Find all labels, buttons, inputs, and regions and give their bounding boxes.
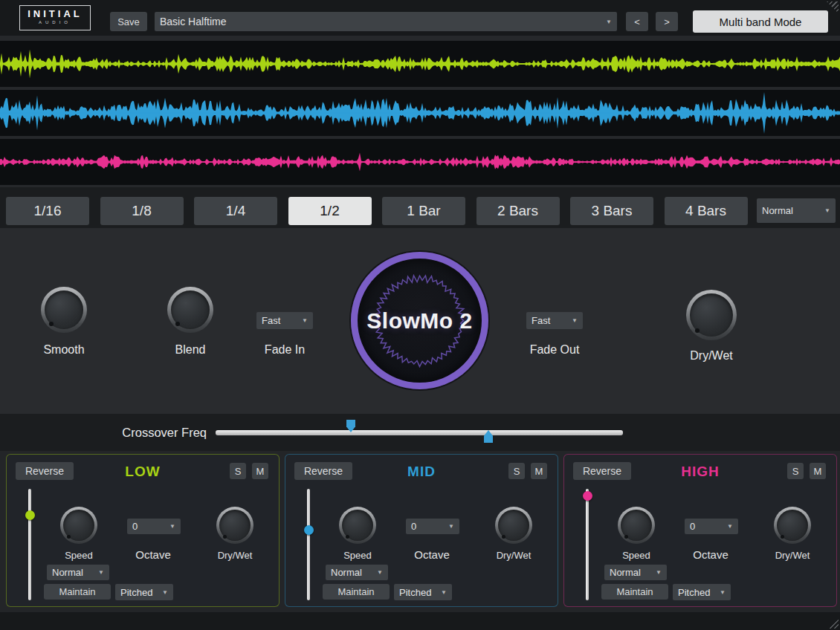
- smooth-knob[interactable]: [41, 287, 87, 333]
- chevron-down-icon: ▼: [302, 317, 308, 324]
- main-controls: Smooth Blend Fast ▼ Fade In SlowMo 2 Fas…: [0, 228, 840, 414]
- band-dry-wet-knob[interactable]: [216, 507, 253, 544]
- fade-in-value: Fast: [262, 315, 280, 326]
- playback-mode-value: Normal: [762, 205, 793, 216]
- pitch-mode-value: Pitched: [678, 587, 710, 598]
- octave-value: 0: [132, 521, 138, 532]
- band-dry-wet-label: Dry/Wet: [755, 550, 830, 561]
- preset-name: Basic Halftime: [160, 16, 226, 27]
- chevron-down-icon: ▼: [98, 569, 104, 576]
- status-bar: [0, 612, 840, 630]
- band-level-slider-handle[interactable]: [25, 510, 35, 520]
- resize-grip[interactable]: [827, 617, 839, 629]
- fade-in-dropdown[interactable]: Fast ▼: [256, 312, 313, 329]
- maintain-button[interactable]: Maintain: [601, 584, 668, 600]
- chevron-down-icon: ▼: [606, 19, 612, 25]
- pitch-mode-dropdown[interactable]: Pitched ▼: [394, 584, 452, 600]
- octave-dropdown[interactable]: 0 ▼: [406, 519, 459, 534]
- octave-value: 0: [411, 521, 416, 532]
- speed-label: Speed: [42, 550, 116, 561]
- pitch-mode-dropdown[interactable]: Pitched ▼: [673, 584, 731, 600]
- chevron-down-icon: ▼: [727, 523, 733, 530]
- band-level-slider-track[interactable]: [586, 489, 589, 600]
- band-level-slider[interactable]: [23, 489, 36, 600]
- pitch-mode-dropdown[interactable]: Pitched ▼: [115, 584, 173, 600]
- preset-dropdown[interactable]: Basic Halftime ▼: [155, 12, 617, 31]
- maintain-button[interactable]: Maintain: [323, 584, 390, 600]
- speed-label: Speed: [320, 550, 395, 561]
- band-mode-dropdown[interactable]: Normal ▼: [326, 565, 388, 580]
- division-button-2-bars[interactable]: 2 Bars: [476, 197, 560, 225]
- solo-button[interactable]: S: [508, 463, 525, 479]
- band-dry-wet-label: Dry/Wet: [476, 550, 551, 561]
- titlebar: INITIAL AUDIO Save Basic Halftime ▼ < > …: [0, 0, 840, 36]
- band-dry-wet-knob[interactable]: [495, 507, 532, 544]
- band-level-slider-handle[interactable]: [583, 491, 592, 501]
- logo-text: INITIAL: [20, 8, 90, 19]
- division-buttons: 1/161/81/41/21 Bar2 Bars3 Bars4 Bars: [6, 197, 748, 225]
- chevron-down-icon: ▼: [656, 569, 662, 576]
- octave-label: Octave: [116, 548, 190, 561]
- band-mode-dropdown[interactable]: Normal ▼: [604, 565, 667, 580]
- bands-section: Reverse LOW S M Speed 0 ▼ Octave Dry/Wet…: [0, 451, 840, 612]
- chevron-down-icon: ▼: [162, 589, 168, 596]
- band-level-slider[interactable]: [302, 489, 315, 600]
- fade-out-value: Fast: [532, 315, 550, 326]
- speed-label: Speed: [599, 550, 673, 561]
- multi-band-mode-button[interactable]: Multi band Mode: [693, 10, 828, 33]
- chevron-down-icon: ▼: [720, 589, 726, 596]
- fade-out-label: Fade Out: [517, 343, 592, 357]
- band-level-slider[interactable]: [581, 489, 594, 600]
- solo-button[interactable]: S: [787, 463, 804, 479]
- crossover-section: Crossover Freq: [0, 414, 840, 451]
- crossover-freq-label: Crossover Freq: [104, 423, 207, 441]
- octave-value: 0: [690, 521, 695, 532]
- division-button-1-4[interactable]: 1/4: [194, 197, 277, 225]
- band-mode-value: Normal: [331, 567, 362, 578]
- chevron-down-icon: ▼: [572, 317, 578, 324]
- division-button-1-2[interactable]: 1/2: [288, 197, 372, 225]
- band-level-slider-track[interactable]: [307, 489, 310, 600]
- blend-knob[interactable]: [167, 287, 213, 333]
- save-button[interactable]: Save: [110, 12, 147, 31]
- maintain-button[interactable]: Maintain: [44, 584, 111, 600]
- high-band-waveform: [0, 139, 840, 185]
- band-level-slider-handle[interactable]: [304, 525, 314, 535]
- band-panel-high: Reverse HIGH S M Speed 0 ▼ Octave Dry/We…: [563, 454, 837, 607]
- speed-knob[interactable]: [618, 507, 655, 544]
- mute-button[interactable]: M: [810, 463, 826, 479]
- band-mode-dropdown[interactable]: Normal ▼: [47, 565, 109, 580]
- band-mode-value: Normal: [610, 567, 641, 578]
- speed-knob[interactable]: [60, 507, 97, 544]
- division-button-1-16[interactable]: 1/16: [6, 197, 89, 225]
- chevron-down-icon: ▼: [824, 207, 830, 214]
- slowmo2-logo-circle: SlowMo 2: [351, 252, 488, 389]
- octave-label: Octave: [673, 548, 748, 561]
- solo-button[interactable]: S: [230, 463, 246, 479]
- octave-dropdown[interactable]: 0 ▼: [127, 519, 181, 534]
- crossover-slider-track[interactable]: [216, 430, 623, 435]
- octave-dropdown[interactable]: 0 ▼: [685, 519, 738, 534]
- mute-button[interactable]: M: [531, 463, 547, 479]
- corner-grip-top-right: [827, 1, 839, 13]
- band-dry-wet-knob[interactable]: [774, 507, 811, 544]
- logo-subtext: AUDIO: [20, 20, 90, 25]
- mute-button[interactable]: M: [252, 463, 268, 479]
- initial-audio-logo: INITIAL AUDIO: [19, 5, 91, 30]
- band-level-slider-track[interactable]: [28, 489, 31, 600]
- slowmo2-logo-text: SlowMo 2: [358, 259, 482, 383]
- fade-out-dropdown[interactable]: Fast ▼: [526, 312, 583, 329]
- division-button-3-bars[interactable]: 3 Bars: [570, 197, 653, 225]
- playback-mode-dropdown[interactable]: Normal ▼: [757, 198, 836, 223]
- band-panel-mid: Reverse MID S M Speed 0 ▼ Octave Dry/Wet…: [285, 454, 558, 607]
- fade-in-label: Fade In: [248, 343, 322, 357]
- speed-knob[interactable]: [339, 507, 376, 544]
- band-dry-wet-label: Dry/Wet: [198, 550, 272, 561]
- division-button-1-bar[interactable]: 1 Bar: [382, 197, 465, 225]
- division-button-1-8[interactable]: 1/8: [100, 197, 184, 225]
- dry-wet-knob[interactable]: [686, 290, 737, 340]
- preset-next-button[interactable]: >: [656, 12, 678, 31]
- preset-prev-button[interactable]: <: [626, 12, 648, 31]
- division-button-4-bars[interactable]: 4 Bars: [665, 197, 748, 225]
- chevron-down-icon: ▼: [441, 589, 447, 596]
